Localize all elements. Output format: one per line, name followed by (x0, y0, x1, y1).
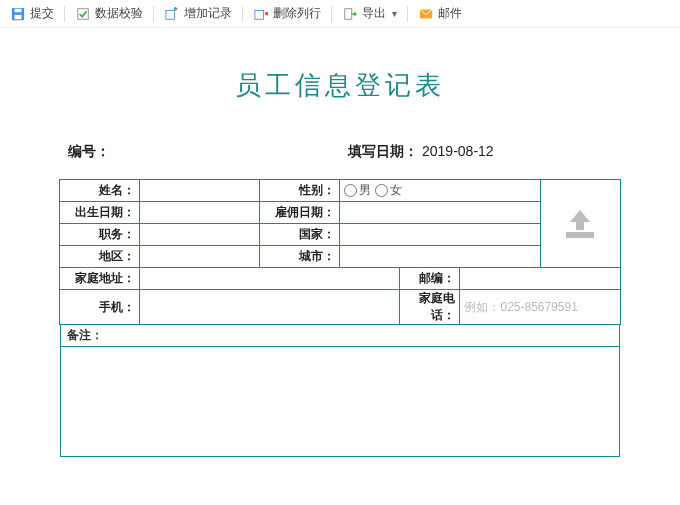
country-input[interactable] (344, 228, 535, 242)
gender-cell: 男 女 (340, 180, 540, 202)
label-address: 家庭地址： (60, 268, 140, 290)
label-birth: 出生日期： (60, 202, 140, 224)
toolbar-separator (331, 6, 332, 22)
label-name: 姓名： (60, 180, 140, 202)
toolbar-separator (407, 6, 408, 22)
birth-input[interactable] (144, 206, 255, 220)
date-value: 2019-08-12 (422, 143, 494, 159)
toolbar-submit-button[interactable]: 提交 (4, 3, 60, 24)
label-gender: 性别： (260, 180, 340, 202)
upload-icon (560, 208, 600, 240)
save-icon (10, 6, 26, 22)
city-input[interactable] (344, 250, 535, 264)
mobile-input[interactable] (144, 300, 395, 314)
label-region: 地区： (60, 246, 140, 268)
add-row-icon (164, 6, 180, 22)
hire-input[interactable] (344, 206, 535, 220)
name-input[interactable] (144, 184, 255, 198)
toolbar-export-button[interactable]: 导出 ▾ (336, 3, 403, 24)
meta-row: 编号： 填写日期：2019-08-12 (28, 143, 652, 161)
svg-rect-1 (15, 8, 22, 12)
label-country: 国家： (260, 224, 340, 246)
toolbar: 提交 数据校验 增加记录 删除列行 导出 ▾ 邮件 (0, 0, 680, 28)
home-phone-input[interactable] (464, 300, 615, 314)
region-input[interactable] (144, 250, 255, 264)
toolbar-add-button[interactable]: 增加记录 (158, 3, 238, 24)
address-input[interactable] (144, 272, 395, 286)
photo-upload-button[interactable] (545, 180, 616, 267)
svg-rect-4 (166, 10, 175, 19)
label-remark: 备注： (60, 325, 620, 347)
label-hire: 雇佣日期： (260, 202, 340, 224)
svg-rect-5 (255, 10, 264, 19)
input-name-cell (140, 180, 260, 202)
toolbar-add-label: 增加记录 (184, 5, 232, 22)
delete-row-icon (253, 6, 269, 22)
toolbar-separator (242, 6, 243, 22)
gender-female-option[interactable]: 女 (375, 182, 402, 199)
toolbar-mail-button[interactable]: 邮件 (412, 3, 468, 24)
toolbar-delete-label: 删除列行 (273, 5, 321, 22)
gender-male-option[interactable]: 男 (344, 182, 371, 199)
page-title: 员工信息登记表 (28, 68, 652, 103)
check-icon (75, 6, 91, 22)
toolbar-validate-button[interactable]: 数据校验 (69, 3, 149, 24)
label-mobile: 手机： (60, 290, 140, 325)
svg-rect-6 (345, 8, 352, 19)
remark-textarea[interactable] (61, 347, 619, 456)
toolbar-submit-label: 提交 (30, 5, 54, 22)
position-input[interactable] (144, 228, 255, 242)
gender-female-radio[interactable] (375, 184, 388, 197)
photo-upload-cell (540, 180, 620, 268)
remark-area: 备注： (60, 325, 620, 457)
chevron-down-icon: ▾ (392, 8, 397, 19)
form-table: 姓名： 性别： 男 女 出生日期： 雇佣日期： (59, 179, 620, 325)
export-icon (342, 6, 358, 22)
date-field: 填写日期：2019-08-12 (348, 143, 632, 161)
label-city: 城市： (260, 246, 340, 268)
mail-icon (418, 6, 434, 22)
toolbar-mail-label: 邮件 (438, 5, 462, 22)
label-position: 职务： (60, 224, 140, 246)
svg-rect-3 (78, 8, 89, 19)
svg-rect-8 (566, 232, 594, 238)
toolbar-delete-button[interactable]: 删除列行 (247, 3, 327, 24)
toolbar-export-label: 导出 (362, 5, 386, 22)
toolbar-separator (153, 6, 154, 22)
svg-rect-2 (15, 14, 22, 18)
zip-input[interactable] (464, 272, 615, 286)
date-label: 填写日期： (348, 143, 418, 159)
form-container: 员工信息登记表 编号： 填写日期：2019-08-12 姓名： 性别： 男 女 (0, 28, 680, 467)
label-zip: 邮编： (400, 268, 460, 290)
id-label: 编号： (68, 143, 348, 161)
label-home-phone: 家庭电话： (400, 290, 460, 325)
toolbar-separator (64, 6, 65, 22)
gender-male-radio[interactable] (344, 184, 357, 197)
toolbar-validate-label: 数据校验 (95, 5, 143, 22)
